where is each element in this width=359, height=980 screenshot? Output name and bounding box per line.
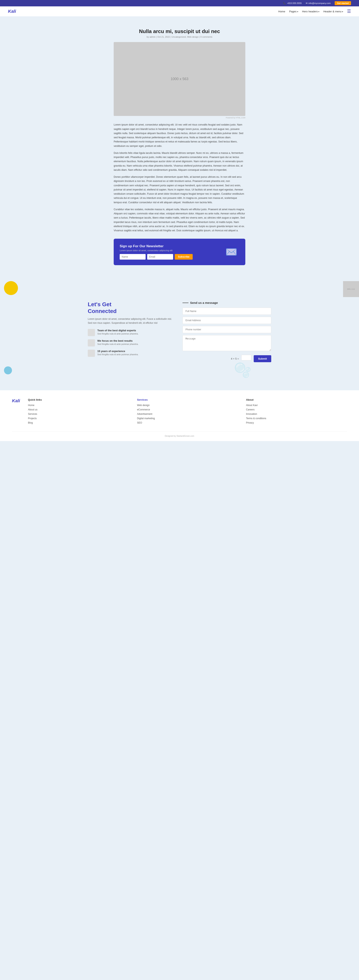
footer-logo: Kali: [12, 398, 20, 403]
captcha-label: 4 + 5 =: [231, 357, 239, 360]
feature-title-2: We focus on the best results: [97, 339, 139, 342]
post-meta: by admin | Oct 21, 2022 | Uncategorized,…: [114, 36, 245, 38]
get-started-button[interactable]: Get started: [335, 1, 351, 5]
nav-home[interactable]: Home: [278, 10, 285, 13]
hamburger-icon[interactable]: ☰: [347, 9, 351, 14]
list-item: Digital marketing: [137, 417, 238, 420]
footer-quicklinks-list: Home About us Services Projects Blog: [28, 404, 129, 424]
phone-number-input[interactable]: [182, 326, 271, 333]
feature-title-1: Team of the best digital experts: [97, 329, 139, 332]
two-col-section: Let's Get Connected Lorem ipsum dolor si…: [80, 293, 279, 371]
list-item: About us: [28, 408, 129, 411]
form-title-text: Send us a message: [190, 301, 218, 304]
list-item: Careers: [246, 408, 347, 411]
left-column: Let's Get Connected Lorem ipsum dolor si…: [88, 301, 177, 363]
post-image: 1000 x 563: [114, 42, 245, 116]
paragraph-2: Duis lobortis felis vitae ligula iaculis…: [114, 151, 245, 172]
footer-link[interactable]: Terms & conditions: [246, 417, 266, 420]
newsletter-title: Sign up For Our Newsletter: [120, 244, 223, 248]
blue-circle-decoration: [4, 366, 12, 374]
connected-section: 200 x 111 Let's Get Connected Lorem ipsu…: [0, 281, 359, 378]
email-address: info@mycompany.com: [308, 2, 331, 5]
captcha-input[interactable]: [241, 355, 251, 360]
list-item: Web design: [137, 404, 238, 407]
footer-link[interactable]: Innovation: [246, 413, 257, 415]
feature-title-3: 15 years of experience: [97, 350, 139, 353]
newsletter-illustration: ✉️: [223, 247, 239, 258]
footer-quicklinks-heading: Quick links: [28, 398, 129, 401]
list-item: Projects: [28, 417, 129, 420]
nav-pages[interactable]: Pages: [289, 10, 298, 13]
list-item: About Kavi: [246, 404, 347, 407]
footer-col-services: Services Web design eCommerce Advertisem…: [137, 398, 238, 426]
footer-logo-col: Kali: [12, 398, 20, 426]
newsletter-email-input[interactable]: [147, 254, 173, 259]
footer-link[interactable]: Web design: [137, 404, 150, 407]
list-item: Terms & conditions: [246, 417, 347, 420]
paragraph-3: Donec porttitor ullamcorper imperdiet. D…: [114, 175, 245, 205]
paragraph-1: Lorem ipsum dolor sit amet, consectetur …: [114, 123, 245, 148]
newsletter-left: Sign up For Our Newsletter Lorem ipsum d…: [120, 244, 223, 259]
list-item: Privacy: [246, 421, 347, 424]
nav-hero-headers[interactable]: Hero headers: [302, 10, 319, 13]
footer-about-list: About Kavi Careers Innovation Terms & co…: [246, 404, 347, 424]
newsletter-subscribe-button[interactable]: Subscribe: [175, 254, 193, 259]
footer-col-quicklinks: Quick links Home About us Services Proje…: [28, 398, 129, 426]
list-item: Services: [28, 412, 129, 415]
footer-about-heading: About: [246, 398, 347, 401]
footer-credit: Designed by StartandGrown.com: [165, 435, 194, 437]
footer-link[interactable]: Services: [28, 413, 37, 415]
post-title: Nulla arcu mi, suscipit ut dui nec: [114, 28, 245, 35]
form-title: Send us a message: [182, 301, 271, 304]
feature-icon-1: [88, 329, 95, 336]
full-name-input[interactable]: [182, 308, 271, 315]
message-input[interactable]: [182, 335, 271, 351]
newsletter-banner: Sign up For Our Newsletter Lorem ipsum d…: [114, 239, 245, 265]
connected-description: Lorem ipsum dolor sit amet, consectetur …: [88, 317, 177, 325]
list-item: Home: [28, 404, 129, 407]
newsletter-form: Subscribe: [120, 254, 223, 259]
feature-desc-1: Sed fringilla nula id ante pulvinar phar…: [97, 332, 139, 335]
footer-bottom: Designed by StartandGrown.com: [12, 431, 347, 437]
list-item: SEO: [137, 421, 238, 424]
footer-link[interactable]: About us: [28, 408, 37, 411]
footer-link[interactable]: Projects: [28, 417, 37, 420]
footer-link[interactable]: About Kavi: [246, 404, 257, 407]
feature-desc-3: Sed fringilla nula id ante pulvinar phar…: [97, 353, 139, 356]
spacer: [0, 378, 359, 390]
paragraph-4: Curabitur vitae leo sodales, molestie ma…: [114, 207, 245, 233]
footer-link[interactable]: eCommerce: [137, 408, 150, 411]
right-column: Send us a message 4 + 5 = Submit: [182, 301, 271, 363]
newsletter-desc: Lorem ipsum dolor sit amet, consectetur …: [120, 249, 223, 251]
footer: Kali Quick links Home About us Services …: [0, 390, 359, 441]
footer-link[interactable]: Careers: [246, 408, 254, 411]
footer-link[interactable]: Privacy: [246, 422, 254, 424]
grey-placeholder-small: 200 x 111: [343, 281, 359, 297]
email-icon: ✉: [306, 2, 308, 5]
phone-number: +815.555.5555: [287, 2, 302, 5]
nav-header-menu[interactable]: Header & menu: [323, 10, 343, 13]
footer-link[interactable]: Advertisement: [137, 413, 152, 415]
list-item: eCommerce: [137, 408, 238, 411]
newsletter-name-input[interactable]: [120, 254, 145, 259]
yellow-circle-decoration: [4, 281, 18, 295]
top-bar: 📞 +815.555.5555 ✉ info@mycompany.com Get…: [0, 0, 359, 6]
feature-icon-2: [88, 339, 95, 347]
footer-link[interactable]: Blog: [28, 422, 33, 424]
site-logo[interactable]: Kali: [8, 9, 16, 14]
footer-top: Kali Quick links Home About us Services …: [12, 398, 347, 431]
email-address-input[interactable]: [182, 317, 271, 324]
feature-item-2: We focus on the best results Sed fringil…: [88, 339, 177, 347]
feature-item-1: Team of the best digital experts Sed fri…: [88, 329, 177, 336]
feature-item-3: 15 years of experience Sed fringilla nul…: [88, 350, 177, 357]
feature-text-3: 15 years of experience Sed fringilla nul…: [97, 350, 139, 356]
feature-desc-2: Sed fringilla nula id ante pulvinar phar…: [97, 343, 139, 345]
list-item: Advertisement: [137, 412, 238, 415]
footer-link[interactable]: SEO: [137, 422, 142, 424]
feature-icon-3: [88, 350, 95, 357]
email-item: ✉ info@mycompany.com: [306, 2, 331, 5]
footer-link[interactable]: Digital marketing: [137, 417, 155, 420]
submit-button[interactable]: Submit: [254, 355, 271, 362]
footer-link[interactable]: Home: [28, 404, 34, 407]
list-item: Blog: [28, 421, 129, 424]
